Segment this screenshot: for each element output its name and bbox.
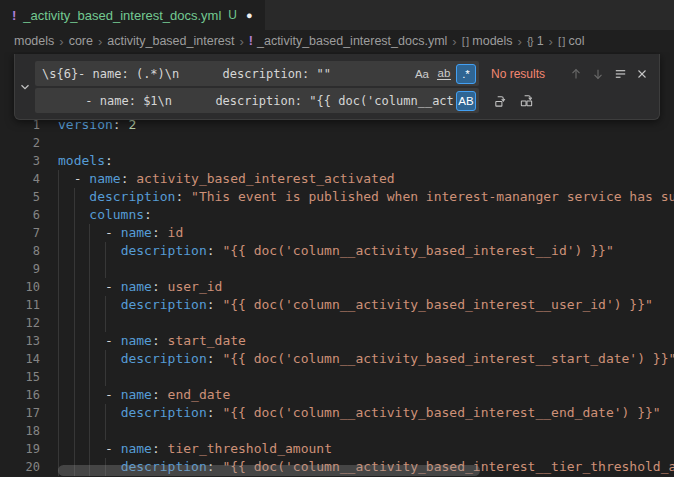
code-line-17[interactable]: description: "{{ doc('column__activity_b… xyxy=(58,404,674,422)
tab-bar: ! _activity_based_interest_docs.yml U ● xyxy=(0,0,674,30)
breadcrumb-item-1[interactable]: {}1 xyxy=(527,34,544,48)
indent-guide xyxy=(74,224,75,242)
tab-active-file[interactable]: ! _activity_based_interest_docs.yml U ● xyxy=(0,0,265,30)
breadcrumb-item-models[interactable]: [ ]models xyxy=(462,34,513,48)
line-number[interactable]: 11 xyxy=(0,296,40,314)
line-number[interactable]: 15 xyxy=(0,368,40,386)
code-line-7[interactable]: - name: id xyxy=(58,224,674,242)
code-line-19[interactable]: - name: tier_threshold_amount xyxy=(58,440,674,458)
line-number[interactable]: 14 xyxy=(0,350,40,368)
breadcrumb-item-models[interactable]: models xyxy=(14,34,54,48)
find-input-value: \s{6}- name: (.*)\n description: "" xyxy=(42,67,410,81)
breadcrumb-separator-icon: › xyxy=(452,34,456,49)
token-str: start_date xyxy=(168,333,246,348)
line-number[interactable]: 4 xyxy=(0,170,40,188)
line-number[interactable]: 13 xyxy=(0,332,40,350)
breadcrumb-separator-icon: › xyxy=(518,34,522,49)
breadcrumb-label: models xyxy=(14,34,54,48)
code-line-15[interactable] xyxy=(58,368,674,386)
line-number[interactable]: 3 xyxy=(0,152,40,170)
token-key: description xyxy=(121,405,207,420)
indent-guide xyxy=(74,386,75,404)
replace-all-button[interactable] xyxy=(515,90,537,112)
breadcrumb-item--activity-based-interest-docs-yml[interactable]: !_activity_based_interest_docs.yml xyxy=(249,34,448,48)
token-plain: : xyxy=(152,225,168,240)
replace-row: - name: $1\n description: "{{ doc('colum… xyxy=(35,88,653,113)
preserve-case-button[interactable]: AB xyxy=(456,91,476,111)
breadcrumb-item-core[interactable]: core xyxy=(69,34,93,48)
replace-input[interactable]: - name: $1\n description: "{{ doc('colum… xyxy=(35,88,479,113)
indent-guide xyxy=(74,296,75,314)
previous-match-button[interactable] xyxy=(565,63,587,85)
line-number[interactable]: 20 xyxy=(0,458,40,476)
token-plain: : xyxy=(152,387,168,402)
find-input[interactable]: \s{6}- name: (.*)\n description: "" Aa a… xyxy=(35,61,479,86)
indent-guide xyxy=(58,278,59,296)
line-number[interactable]: 8 xyxy=(0,242,40,260)
line-number[interactable]: 19 xyxy=(0,440,40,458)
token-plain: : xyxy=(152,333,168,348)
breadcrumb-item-col[interactable]: [ ]col xyxy=(558,34,585,48)
line-number[interactable]: 16 xyxy=(0,386,40,404)
next-match-button[interactable] xyxy=(587,63,609,85)
code-line-16[interactable]: - name: end_date xyxy=(58,386,674,404)
indent-guide xyxy=(58,260,59,278)
find-in-selection-button[interactable] xyxy=(609,63,631,85)
code-line-14[interactable]: description: "{{ doc('column__activity_b… xyxy=(58,350,674,368)
breadcrumb-label: core xyxy=(69,34,93,48)
git-untracked-badge: U xyxy=(228,8,237,22)
line-number[interactable]: 9 xyxy=(0,260,40,278)
breadcrumb-label: 1 xyxy=(537,34,544,48)
indent-guide xyxy=(105,422,106,440)
code-line-13[interactable]: - name: start_date xyxy=(58,332,674,350)
code-line-2[interactable] xyxy=(58,134,674,152)
token-plain: : xyxy=(144,207,152,222)
modified-dot-icon[interactable]: ● xyxy=(246,9,253,21)
code-content[interactable]: version: 2models: - name: activity_based… xyxy=(58,116,674,476)
code-line-5[interactable]: description: "This event is published wh… xyxy=(58,188,674,206)
indent-guide xyxy=(89,386,90,404)
indent-guide xyxy=(74,314,75,332)
code-line-4[interactable]: - name: activity_based_interest_activate… xyxy=(58,170,674,188)
token-str: "{{ doc('column__activity_based_interest… xyxy=(222,405,660,420)
code-line-18[interactable] xyxy=(58,422,674,440)
indent-guide xyxy=(74,242,75,260)
token-plain: : xyxy=(207,405,223,420)
token-key: name xyxy=(121,387,152,402)
code-line-6[interactable]: columns: xyxy=(58,206,674,224)
code-line-11[interactable]: description: "{{ doc('column__activity_b… xyxy=(58,296,674,314)
replace-button[interactable] xyxy=(489,90,511,112)
code-line-8[interactable]: description: "{{ doc('column__activity_b… xyxy=(58,242,674,260)
token-str: "{{ doc('column__activity_based_interest… xyxy=(222,243,613,258)
line-number[interactable]: 10 xyxy=(0,278,40,296)
code-line-10[interactable]: - name: user_id xyxy=(58,278,674,296)
code-line-9[interactable] xyxy=(58,260,674,278)
toggle-replace-chevron-icon[interactable] xyxy=(15,54,35,119)
line-number[interactable]: 5 xyxy=(0,188,40,206)
close-find-button[interactable] xyxy=(631,63,653,85)
code-line-3[interactable]: models: xyxy=(58,152,674,170)
indent-guide xyxy=(89,278,90,296)
token-str: tier_threshold_amount xyxy=(168,441,332,456)
whole-word-button[interactable]: ab xyxy=(434,64,454,84)
editor-pane[interactable]: 1234567891011121314151617181920 version:… xyxy=(0,52,674,477)
match-case-button[interactable]: Aa xyxy=(412,64,432,84)
indent-guide xyxy=(89,260,90,278)
line-number[interactable]: 12 xyxy=(0,314,40,332)
horizontal-scrollbar[interactable] xyxy=(58,465,480,476)
line-number[interactable]: 7 xyxy=(0,224,40,242)
breadcrumb-item-activity-based-interest[interactable]: activity_based_interest xyxy=(107,34,234,48)
code-line-12[interactable] xyxy=(58,314,674,332)
indent-guide xyxy=(89,368,90,386)
line-number[interactable]: 17 xyxy=(0,404,40,422)
line-number-gutter: 1234567891011121314151617181920 xyxy=(0,116,40,476)
token-plain: : xyxy=(152,441,168,456)
regex-button[interactable]: .* xyxy=(456,64,476,84)
array-symbol-icon: [ ] xyxy=(462,35,469,47)
replace-input-value: - name: $1\n description: "{{ doc('colum… xyxy=(42,94,454,108)
line-number[interactable]: 18 xyxy=(0,422,40,440)
line-number[interactable]: 6 xyxy=(0,206,40,224)
token-plain: : xyxy=(175,189,191,204)
indent-guide xyxy=(74,332,75,350)
line-number[interactable]: 2 xyxy=(0,134,40,152)
